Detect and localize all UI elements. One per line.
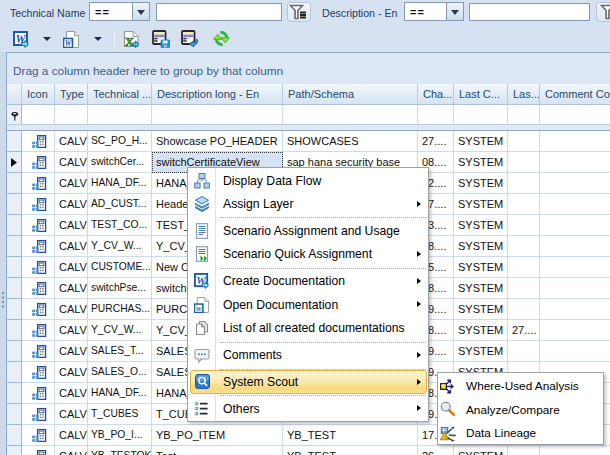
svg-text:W: W — [196, 305, 203, 313]
